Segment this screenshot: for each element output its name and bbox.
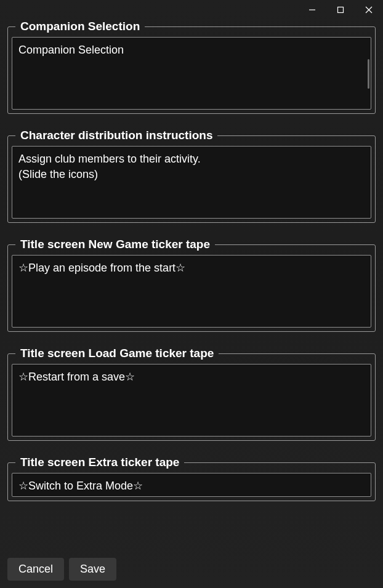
input-loadgame-ticker[interactable]: ☆Restart from a save☆ bbox=[12, 364, 371, 437]
input-newgame-ticker[interactable]: ☆Play an episode from the start☆ bbox=[12, 255, 371, 328]
minimize-icon bbox=[308, 6, 316, 14]
minimize-button[interactable] bbox=[298, 0, 326, 20]
maximize-button[interactable] bbox=[326, 0, 355, 20]
legend-newgame-ticker: Title screen New Game ticker tape bbox=[15, 238, 215, 251]
button-row: Cancel Save bbox=[0, 555, 383, 588]
legend-character-distribution: Character distribution instructions bbox=[15, 129, 217, 142]
window-controls bbox=[298, 0, 383, 20]
group-companion-selection: Companion Selection Companion Selection bbox=[7, 20, 376, 114]
group-loadgame-ticker: Title screen Load Game ticker tape ☆Rest… bbox=[7, 347, 376, 441]
titlebar bbox=[0, 0, 383, 20]
legend-companion-selection: Companion Selection bbox=[15, 20, 145, 33]
content-area: Companion Selection Companion Selection … bbox=[0, 20, 383, 555]
save-button[interactable]: Save bbox=[69, 558, 116, 581]
legend-extra-ticker: Title screen Extra ticker tape bbox=[15, 456, 184, 469]
close-icon bbox=[365, 6, 373, 14]
input-companion-selection[interactable]: Companion Selection bbox=[12, 37, 371, 110]
legend-loadgame-ticker: Title screen Load Game ticker tape bbox=[15, 347, 219, 360]
app-window: Companion Selection Companion Selection … bbox=[0, 0, 383, 588]
svg-rect-1 bbox=[338, 7, 344, 13]
input-character-distribution[interactable]: Assign club members to their activity. (… bbox=[12, 146, 371, 219]
cancel-button[interactable]: Cancel bbox=[7, 558, 64, 581]
close-button[interactable] bbox=[355, 0, 383, 20]
group-character-distribution: Character distribution instructions Assi… bbox=[7, 129, 376, 223]
group-newgame-ticker: Title screen New Game ticker tape ☆Play … bbox=[7, 238, 376, 332]
maximize-icon bbox=[337, 6, 344, 14]
input-extra-ticker[interactable]: ☆Switch to Extra Mode☆ bbox=[12, 473, 371, 497]
scrollbar-thumb[interactable] bbox=[368, 59, 369, 89]
group-extra-ticker: Title screen Extra ticker tape ☆Switch t… bbox=[7, 456, 376, 501]
